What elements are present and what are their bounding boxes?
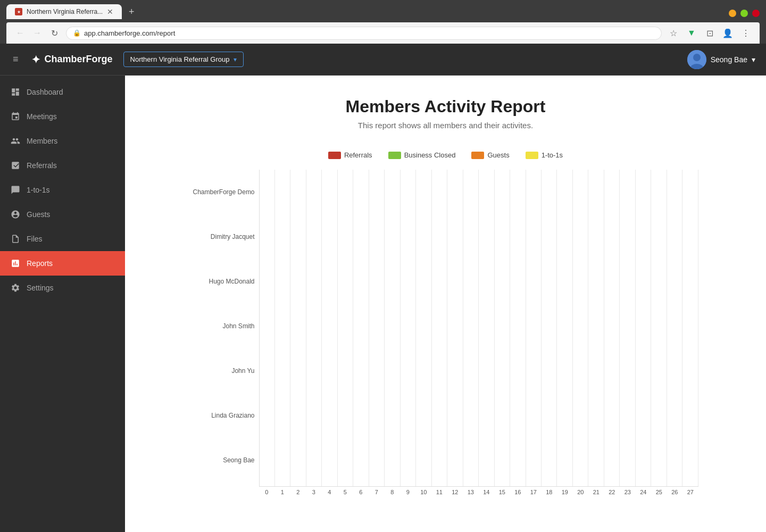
- x-axis-label: 16: [510, 489, 526, 495]
- bar-row: [260, 441, 698, 486]
- ext1-button[interactable]: ▼: [684, 26, 699, 40]
- legend-item: 1-to-1s: [526, 151, 563, 159]
- svg-point-1: [693, 54, 701, 61]
- browser-tabs: ★ Northern Virginia Referra... ✕ +: [6, 4, 760, 19]
- x-axis-label: 0: [259, 489, 275, 495]
- sidebar-item-reports[interactable]: Reports: [0, 251, 125, 276]
- x-axis-label: 14: [479, 489, 495, 495]
- bar-row: [260, 170, 698, 215]
- ssl-lock-icon: 🔒: [73, 29, 81, 37]
- members-icon: [11, 136, 20, 146]
- dashboard-icon: [11, 87, 20, 97]
- report-title: Members Activity Report: [146, 97, 745, 117]
- active-tab: ★ Northern Virginia Referra... ✕: [6, 4, 122, 19]
- legend-color-box: [328, 152, 341, 159]
- bar-row: [260, 396, 698, 441]
- legend-label: Referrals: [344, 151, 372, 159]
- x-axis-label: 22: [604, 489, 620, 495]
- legend-color-box: [471, 152, 484, 159]
- tab-close-button[interactable]: ✕: [107, 7, 113, 16]
- menu-button[interactable]: ⋮: [738, 26, 753, 40]
- sidebar-item-dashboard-label: Dashboard: [27, 88, 63, 96]
- y-axis-label: Dimitry Jacquet: [193, 214, 255, 259]
- minimize-button[interactable]: [729, 10, 736, 17]
- sidebar-item-settings[interactable]: Settings: [0, 276, 125, 300]
- tab-favicon: ★: [15, 8, 22, 15]
- sidebar-item-1to1s[interactable]: 1-to-1s: [0, 178, 125, 202]
- x-axis-label: 19: [557, 489, 573, 495]
- report-subtitle: This report shows all members and their …: [146, 121, 745, 130]
- y-axis-label: ChamberForge Demo: [193, 170, 255, 214]
- chart-legend: ReferralsBusiness ClosedGuests1-to-1s: [193, 151, 698, 159]
- sidebar-item-referrals-label: Referrals: [27, 161, 57, 170]
- files-icon: [11, 234, 20, 244]
- y-axis-label: Hugo McDonald: [193, 259, 255, 304]
- browser-action-buttons: ☆ ▼ ⊡ 👤 ⋮: [666, 26, 753, 40]
- sidebar: Dashboard Meetings Members: [0, 76, 125, 532]
- sidebar-item-guests[interactable]: Guests: [0, 202, 125, 227]
- user-menu[interactable]: Seong Bae ▾: [687, 50, 755, 69]
- maximize-button[interactable]: [740, 10, 748, 17]
- forward-button[interactable]: →: [30, 26, 45, 40]
- close-button[interactable]: [752, 10, 760, 17]
- y-axis-label: Seong Bae: [193, 438, 255, 483]
- 1to1s-icon: [11, 185, 20, 195]
- group-selector[interactable]: Northern Virginia Referral Group ▾: [123, 52, 244, 67]
- user-avatar: [687, 50, 706, 69]
- address-bar[interactable]: 🔒 app.chamberforge.com/report: [66, 27, 662, 40]
- x-axis-label: 6: [353, 489, 369, 495]
- sidebar-item-files[interactable]: Files: [0, 227, 125, 251]
- sidebar-item-referrals[interactable]: Referrals: [0, 153, 125, 178]
- x-axis-label: 18: [542, 489, 557, 495]
- sidebar-item-members[interactable]: Members: [0, 129, 125, 153]
- y-axis-label: Linda Graziano: [193, 393, 255, 438]
- legend-item: Business Closed: [388, 151, 456, 159]
- chart-y-labels: ChamberForge DemoDimitry JacquetHugo McD…: [193, 170, 259, 495]
- x-axis-label: 21: [588, 489, 604, 495]
- main-layout: Dashboard Meetings Members: [0, 76, 766, 532]
- x-axis-label: 9: [400, 489, 416, 495]
- legend-label: 1-to-1s: [542, 151, 563, 159]
- legend-item: Referrals: [328, 151, 372, 159]
- guests-icon: [11, 210, 20, 219]
- browser-nav-buttons: ← → ↻: [13, 26, 62, 40]
- x-axis-label: 27: [682, 489, 698, 495]
- x-axis-label: 23: [620, 489, 636, 495]
- reports-icon: [11, 259, 20, 268]
- sidebar-item-members-label: Members: [27, 137, 57, 145]
- bar-row: [260, 260, 698, 305]
- back-button[interactable]: ←: [13, 26, 28, 40]
- x-axis-label: 4: [322, 489, 338, 495]
- new-tab-button[interactable]: +: [125, 5, 138, 18]
- bookmark-button[interactable]: ☆: [666, 26, 681, 40]
- ext2-button[interactable]: ⊡: [702, 26, 717, 40]
- legend-item: Guests: [471, 151, 509, 159]
- bars-container: [260, 170, 698, 486]
- hamburger-menu-button[interactable]: ≡: [11, 52, 21, 67]
- sidebar-item-meetings[interactable]: Meetings: [0, 104, 125, 129]
- x-axis-label: 20: [573, 489, 589, 495]
- sidebar-item-meetings-label: Meetings: [27, 112, 57, 121]
- bar-row: [260, 215, 698, 260]
- referrals-icon: [11, 161, 20, 170]
- tab-title: Northern Virginia Referra...: [27, 8, 103, 15]
- bar-row: [260, 351, 698, 396]
- chart-x-labels: 0123456789101112131415161718192021222324…: [259, 489, 698, 495]
- x-axis-label: 5: [337, 489, 353, 495]
- sidebar-item-dashboard[interactable]: Dashboard: [0, 80, 125, 104]
- legend-label: Guests: [487, 151, 509, 159]
- chart-container: ReferralsBusiness ClosedGuests1-to-1s Ch…: [193, 151, 698, 495]
- meetings-icon: [11, 112, 20, 121]
- app-logo[interactable]: ✦ ChamberForge: [31, 53, 113, 66]
- x-axis-label: 15: [494, 489, 510, 495]
- legend-color-box: [388, 152, 401, 159]
- x-axis-label: 24: [636, 489, 652, 495]
- x-axis-label: 25: [651, 489, 667, 495]
- refresh-button[interactable]: ↻: [47, 26, 62, 40]
- x-axis-label: 7: [369, 489, 385, 495]
- x-axis-label: 3: [306, 489, 322, 495]
- profile-button[interactable]: 👤: [720, 26, 735, 40]
- x-axis-label: 12: [447, 489, 463, 495]
- y-axis-label: John Smith: [193, 304, 255, 348]
- sidebar-item-files-label: Files: [27, 235, 43, 243]
